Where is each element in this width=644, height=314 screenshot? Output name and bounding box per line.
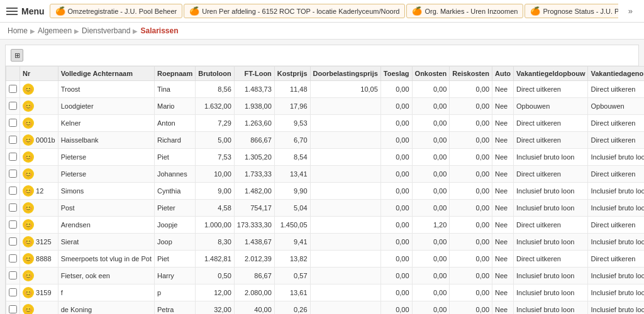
row-checkbox-cell[interactable] xyxy=(6,98,20,115)
row-kost: 5,04 xyxy=(274,200,310,217)
row-checkbox-cell[interactable] xyxy=(6,149,20,166)
menu-button[interactable]: Menu xyxy=(6,6,45,16)
row-checkbox-cell[interactable] xyxy=(6,217,20,234)
row-vakgeld: Direct uitkeren xyxy=(514,115,588,132)
row-door xyxy=(310,132,380,149)
row-checkbox[interactable] xyxy=(9,153,17,161)
avatar-icon[interactable]: 😊 xyxy=(23,185,34,197)
row-door xyxy=(310,217,380,234)
row-name: Pieterse xyxy=(58,166,154,183)
row-toeslag: 0,00 xyxy=(380,98,412,115)
row-kost: 0,57 xyxy=(274,268,310,284)
row-checkbox-cell[interactable] xyxy=(6,183,20,200)
row-checkbox-cell[interactable] xyxy=(6,166,20,183)
row-reiskosten: 0,00 xyxy=(450,166,492,183)
row-nr-text: 0001b xyxy=(36,136,55,144)
row-checkbox[interactable] xyxy=(9,170,17,178)
breadcrumb-dienstverband[interactable]: Dienstverband xyxy=(82,26,130,35)
row-checkbox-cell[interactable] xyxy=(6,301,20,315)
table-row: 😊 Pieterse Piet 7,53 1.305,20 8,54 0,00 … xyxy=(6,149,645,166)
row-checkbox-cell[interactable] xyxy=(6,115,20,132)
row-nr: 😊 xyxy=(20,200,58,217)
avatar-icon[interactable]: 😊 xyxy=(23,202,34,214)
col-header-bruto: Brutoloon xyxy=(196,67,235,81)
row-door xyxy=(310,284,380,301)
row-kost: 9,53 xyxy=(274,115,310,132)
row-checkbox[interactable] xyxy=(9,102,17,110)
nav-tab-1[interactable]: 🍊 Uren Per afdeling - 6152 ROC TOP - loc… xyxy=(184,4,405,18)
table-row: 😊 Post Pieter 4,58 754,17 5,04 0,00 0,00… xyxy=(6,200,645,217)
avatar-icon[interactable]: 😊 xyxy=(23,117,34,129)
row-vakdag: Inclusief bruto loon xyxy=(588,284,644,301)
row-checkbox-cell[interactable] xyxy=(6,268,20,284)
avatar-icon[interactable]: 😊 xyxy=(23,270,34,281)
row-bruto: 32,00 xyxy=(196,301,235,315)
row-kost: 0,26 xyxy=(274,301,310,315)
row-name: f xyxy=(58,284,154,301)
row-nr: 😊 xyxy=(20,149,58,166)
row-reiskosten: 0,00 xyxy=(450,132,492,149)
row-ft: 2.012,39 xyxy=(234,251,274,268)
row-checkbox[interactable] xyxy=(9,254,17,263)
row-checkbox-cell[interactable] xyxy=(6,251,20,268)
nav-tab-3[interactable]: 🍊 Prognose Status - J.U. Pool Beheer BV xyxy=(525,4,618,18)
row-roepnaam: Anton xyxy=(154,115,195,132)
avatar-icon[interactable]: 😊 xyxy=(23,100,34,112)
row-vakdag: Direct uitkeren xyxy=(588,166,644,183)
row-vakgeld: Inclusief bruto loon xyxy=(514,149,588,166)
row-ft: 1.482,00 xyxy=(234,183,274,200)
row-checkbox[interactable] xyxy=(9,271,17,279)
row-nr: 😊 xyxy=(20,166,58,183)
tab-icon-1: 🍊 xyxy=(189,6,199,16)
row-checkbox-cell[interactable] xyxy=(6,200,20,217)
nav-more-button[interactable]: » xyxy=(623,4,638,18)
row-nr: 😊 xyxy=(20,301,58,315)
breadcrumb-home[interactable]: Home xyxy=(8,26,28,35)
tab-label-0: Omzetregistratie - J.U. Pool Beheer xyxy=(68,8,177,15)
row-auto: Nee xyxy=(492,166,514,183)
row-ft: 86,67 xyxy=(234,268,274,284)
avatar-icon[interactable]: 😊 xyxy=(23,168,34,180)
row-bruto: 1.632,00 xyxy=(196,98,235,115)
row-ft: 1.438,67 xyxy=(234,234,274,251)
row-checkbox[interactable] xyxy=(9,187,17,195)
table-row: 😊 0001b Haisselbank Richard 5,00 866,67 … xyxy=(6,132,645,149)
row-onkosten: 0,00 xyxy=(412,166,450,183)
nav-tab-2[interactable]: 🍊 Org. Markies - Uren Inzoomen xyxy=(406,4,523,18)
avatar-icon[interactable]: 😊 xyxy=(23,219,34,230)
row-checkbox[interactable] xyxy=(9,119,17,127)
row-checkbox[interactable] xyxy=(9,220,17,229)
table-toolbar-icon[interactable]: ⊞ xyxy=(11,49,23,62)
row-checkbox[interactable] xyxy=(9,136,17,144)
nav-tab-0[interactable]: 🍊 Omzetregistratie - J.U. Pool Beheer xyxy=(50,4,183,18)
row-roepnaam: p xyxy=(154,284,195,301)
avatar-icon[interactable]: 😊 xyxy=(23,253,34,264)
row-onkosten: 0,00 xyxy=(412,81,450,98)
row-checkbox-cell[interactable] xyxy=(6,81,20,98)
row-checkbox[interactable] xyxy=(9,288,17,296)
breadcrumb-sep-3: ▶ xyxy=(133,28,138,35)
avatar-icon[interactable]: 😊 xyxy=(23,151,34,163)
row-checkbox[interactable] xyxy=(9,85,17,93)
avatar-icon[interactable]: 😊 xyxy=(23,304,34,314)
row-reiskosten: 0,00 xyxy=(450,81,492,98)
row-vakdag: Inclusief bruto loon xyxy=(588,301,644,315)
row-checkbox-cell[interactable] xyxy=(6,234,20,251)
breadcrumb-sep-2: ▶ xyxy=(74,28,79,35)
avatar-icon[interactable]: 😊 xyxy=(23,84,34,95)
avatar-icon[interactable]: 😊 xyxy=(23,287,34,298)
row-vakdag: Direct uitkeren xyxy=(588,81,644,98)
breadcrumb-algemeen[interactable]: Algemeen xyxy=(38,26,72,35)
col-header-name: Volledige Achternaam xyxy=(58,67,154,81)
row-checkbox-cell[interactable] xyxy=(6,132,20,149)
avatar-icon[interactable]: 😊 xyxy=(23,134,34,146)
row-checkbox[interactable] xyxy=(9,237,17,246)
row-nr: 😊 xyxy=(20,115,58,132)
row-checkbox[interactable] xyxy=(9,203,17,212)
row-checkbox-cell[interactable] xyxy=(6,284,20,301)
avatar-icon[interactable]: 😊 xyxy=(23,236,34,247)
row-checkbox[interactable] xyxy=(9,305,17,313)
row-name: Loodgieter xyxy=(58,98,154,115)
row-ft: 866,67 xyxy=(234,132,274,149)
row-vakdag: Direct uitkeren xyxy=(588,217,644,234)
